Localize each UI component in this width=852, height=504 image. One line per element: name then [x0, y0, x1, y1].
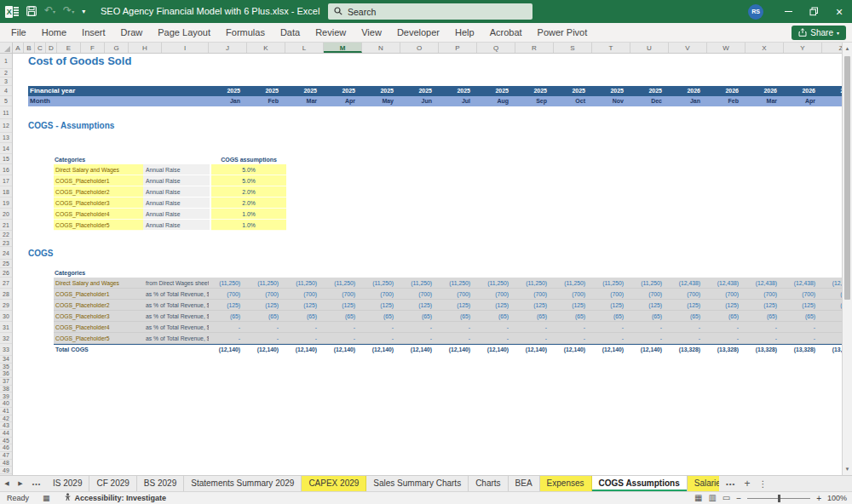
cogs-value-cell[interactable]: - — [285, 322, 324, 333]
month-cell[interactable]: Oct — [554, 96, 592, 106]
total-cogs-value-cell[interactable]: (12,140) — [400, 344, 439, 356]
month-cell[interactable]: Mar — [285, 96, 324, 106]
cogs-value-cell[interactable]: (65) — [247, 311, 285, 322]
cogs-value-cell[interactable]: (125) — [362, 300, 400, 311]
month-cell[interactable]: Jan — [209, 96, 247, 106]
cogs-value-cell[interactable]: (125) — [400, 300, 439, 311]
year-cell[interactable]: 2025 — [362, 86, 400, 96]
column-header-L[interactable]: L — [285, 43, 324, 53]
month-cell[interactable]: Apr — [324, 96, 362, 106]
column-header-A[interactable]: A — [13, 43, 24, 53]
year-cell[interactable]: 2025 — [554, 86, 592, 96]
cogs-value-cell[interactable]: - — [554, 333, 592, 344]
cogs-value-cell[interactable]: - — [822, 322, 842, 333]
cogs-value-cell[interactable]: - — [362, 333, 400, 344]
column-header-F[interactable]: F — [81, 43, 105, 53]
month-cell[interactable]: Mar — [746, 96, 784, 106]
assumption-category-cell[interactable]: Direct Salary and Wages — [54, 164, 143, 175]
cogs-value-cell[interactable]: (65) — [362, 311, 400, 322]
assumption-value-cell[interactable]: 2.0% — [211, 198, 286, 209]
cogs-value-cell[interactable]: (65) — [439, 311, 477, 322]
cogs-value-cell[interactable]: (65) — [592, 311, 630, 322]
ribbon-tab-insert[interactable]: Insert — [74, 23, 113, 42]
column-header-W[interactable]: W — [707, 43, 746, 53]
ribbon-tab-home[interactable]: Home — [34, 23, 74, 42]
cogs-value-cell[interactable]: (700) — [247, 289, 285, 300]
sheet-tab-charts[interactable]: Charts — [469, 476, 508, 491]
column-header-B[interactable]: B — [24, 43, 35, 53]
cogs-value-cell[interactable]: (11,250) — [439, 278, 477, 289]
cogs-value-cell[interactable]: - — [669, 333, 707, 344]
ribbon-tab-data[interactable]: Data — [273, 23, 308, 42]
ribbon-tab-page-layout[interactable]: Page Layout — [150, 23, 218, 42]
total-cogs-value-cell[interactable]: (13,328) — [784, 344, 822, 356]
cogs-value-cell[interactable]: (11,250) — [477, 278, 515, 289]
cogs-value-cell[interactable]: - — [515, 333, 554, 344]
cogs-value-cell[interactable]: (125) — [707, 300, 746, 311]
year-cell[interactable]: 2026 — [822, 86, 842, 96]
row-header-32[interactable]: 32 — [0, 333, 12, 344]
column-header-V[interactable]: V — [669, 43, 707, 53]
row-header-18[interactable]: 18 — [0, 186, 12, 198]
cogs-value-cell[interactable]: (700) — [784, 289, 822, 300]
cogs-value-cell[interactable]: - — [707, 333, 746, 344]
row-header-44[interactable]: 44 — [0, 430, 12, 438]
scroll-down-icon[interactable]: ▼ — [843, 464, 852, 474]
column-header-S[interactable]: S — [554, 43, 592, 53]
year-cell[interactable]: 2025 — [285, 86, 324, 96]
cogs-value-cell[interactable]: (700) — [707, 289, 746, 300]
column-header-C[interactable]: C — [35, 43, 46, 53]
total-cogs-value-cell[interactable]: (13,328) — [669, 344, 707, 356]
sheet-tab-sales-summary-charts[interactable]: Sales Summary Charts — [366, 476, 469, 491]
row-header-39[interactable]: 39 — [0, 393, 12, 401]
cogs-value-cell[interactable]: (700) — [554, 289, 592, 300]
sheet-tab-cf-2029[interactable]: CF 2029 — [89, 476, 136, 491]
total-cogs-value-cell[interactable]: (12,140) — [515, 344, 554, 356]
row-header-37[interactable]: 37 — [0, 378, 12, 386]
cogs-value-cell[interactable]: (125) — [592, 300, 630, 311]
cogs-value-cell[interactable]: (11,250) — [515, 278, 554, 289]
cogs-value-cell[interactable]: - — [477, 333, 515, 344]
zoom-in-button[interactable]: + — [816, 494, 821, 503]
page-break-view-icon[interactable]: ▭ — [722, 492, 730, 504]
cogs-value-cell[interactable]: (125) — [285, 300, 324, 311]
cogs-value-cell[interactable]: (125) — [439, 300, 477, 311]
row-header-26[interactable]: 26 — [0, 268, 12, 278]
cogs-value-cell[interactable]: (11,250) — [209, 278, 247, 289]
ribbon-tab-power-pivot[interactable]: Power Pivot — [530, 23, 596, 42]
total-cogs-value-cell[interactable]: (12,140) — [477, 344, 515, 356]
assumption-value-cell[interactable]: 5.0% — [211, 164, 286, 175]
column-header-N[interactable]: N — [362, 43, 400, 53]
row-header-17[interactable]: 17 — [0, 175, 12, 186]
cogs-method-cell[interactable]: as % of Total Revenue, $ — [143, 333, 209, 344]
cogs-value-cell[interactable]: - — [515, 322, 554, 333]
cogs-value-cell[interactable]: - — [400, 333, 439, 344]
row-header-4[interactable]: 4 — [0, 86, 12, 96]
year-cell[interactable]: 2025 — [324, 86, 362, 96]
cogs-value-cell[interactable]: (700) — [630, 289, 669, 300]
sheet-tab-bs-2029[interactable]: BS 2029 — [137, 476, 184, 491]
column-header-T[interactable]: T — [592, 43, 630, 53]
cogs-value-cell[interactable]: (12,438) — [707, 278, 746, 289]
cogs-value-cell[interactable]: (125) — [669, 300, 707, 311]
column-header-P[interactable]: P — [439, 43, 477, 53]
row-header-36[interactable]: 36 — [0, 370, 12, 378]
cogs-value-cell[interactable]: (65) — [477, 311, 515, 322]
year-cell[interactable]: 2025 — [439, 86, 477, 96]
prev-sheet-icon[interactable]: ◀ — [0, 476, 14, 491]
total-cogs-value-cell[interactable]: (12,140) — [285, 344, 324, 356]
year-cell[interactable]: 2025 — [209, 86, 247, 96]
cogs-value-cell[interactable]: (65) — [285, 311, 324, 322]
column-header-J[interactable]: J — [209, 43, 247, 53]
cogs-value-cell[interactable]: (12,438) — [784, 278, 822, 289]
cogs-value-cell[interactable]: (11,250) — [554, 278, 592, 289]
sheet-tab-statements-summary-2029[interactable]: Statements Summary 2029 — [184, 476, 302, 491]
row-header-19[interactable]: 19 — [0, 198, 12, 209]
month-cell[interactable]: Jun — [400, 96, 439, 106]
total-cogs-value-cell[interactable]: (12,140) — [247, 344, 285, 356]
column-header-R[interactable]: R — [515, 43, 554, 53]
row-header-42[interactable]: 42 — [0, 415, 12, 423]
year-cell[interactable]: 2026 — [784, 86, 822, 96]
share-button[interactable]: Share ▾ — [792, 26, 846, 40]
cogs-value-cell[interactable]: - — [669, 322, 707, 333]
